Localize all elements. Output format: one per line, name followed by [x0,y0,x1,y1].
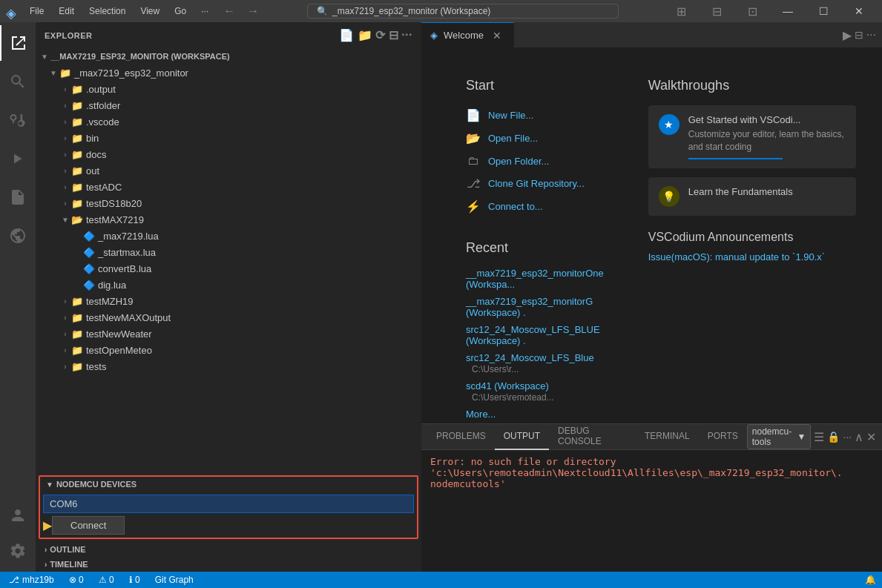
search-bar[interactable]: 🔍 _max7219_esp32_monitor (Workspace) [307,4,619,19]
collapse-panel-icon[interactable]: ∧ [855,430,863,444]
errors-item[interactable]: ⊗ 0 [66,572,87,588]
tab-close-button[interactable]: ✕ [490,28,504,43]
open-file-action[interactable]: 📂 Open File... [466,128,604,148]
tree-item-max7219-lua[interactable]: 🔷 _max7219.lua [36,228,421,244]
menu-edit[interactable]: Edit [53,4,80,18]
tree-item-bin[interactable]: › 📁 bin [36,130,421,146]
tree-item-dig-lua[interactable]: 🔷 dig.lua [36,277,421,293]
settings-activity-icon[interactable] [0,533,36,569]
extensions-activity-icon[interactable] [0,179,36,215]
collapse-icon[interactable]: ⊟ [389,28,399,42]
source-control-activity-icon[interactable] [0,102,36,138]
layout-split-button[interactable]: ⊟ [700,0,734,22]
tree-item-tests[interactable]: › 📁 tests [36,358,421,374]
output-source-dropdown[interactable]: nodemcu-tools ▼ [747,424,812,449]
tree-item-testADC[interactable]: › 📁 testADC [36,179,421,195]
layout-toggle-button[interactable]: ⊞ [664,0,698,22]
warnings-item[interactable]: ⚠ 0 [96,572,117,588]
menu-view[interactable]: View [134,4,165,18]
connect-button[interactable]: Connect [52,516,125,535]
tab-welcome[interactable]: ◈ Welcome ✕ [421,22,514,47]
explorer-title: EXPLORER [45,31,93,40]
clone-git-action[interactable]: ⎇ Clone Git Repository... [466,174,604,194]
outline-section[interactable]: › OUTLINE [36,542,421,557]
action-label: Connect to... [488,201,543,212]
recent-item-1[interactable]: __max7219_esp32_monitorG (Workspace) . [466,296,604,318]
chevron-right-icon: › [45,561,47,569]
run-activity-icon[interactable] [0,141,36,176]
timeline-section[interactable]: › TIMELINE [36,557,421,572]
recent-item-3[interactable]: src12_24_Moscow_LFS_Blue C:\Users\r... [466,352,604,374]
workspace-label: __MAX7219_ESP32_MONITOR (WORKSPACE) [50,52,421,61]
git-graph-item[interactable]: Git Graph [152,572,197,588]
tree-item-testMZH19[interactable]: › 📁 testMZH19 [36,293,421,309]
chevron-right-icon: › [59,199,71,208]
run-icon[interactable]: ▶ [843,28,852,42]
menu-more[interactable]: ··· [195,4,214,18]
new-folder-icon[interactable]: 📁 [358,28,373,42]
more-panel-actions-icon[interactable]: ··· [843,431,852,443]
nav-back-button[interactable]: ← [220,4,238,18]
layout-grid-button[interactable]: ⊡ [735,0,769,22]
bottom-panel: PROBLEMS OUTPUT DEBUG CONSOLE TERMINAL P… [421,423,882,572]
tree-item-startmax-lua[interactable]: 🔷 _startmax.lua [36,244,421,260]
tree-item-out[interactable]: › 📁 out [36,162,421,179]
accounts-activity-icon[interactable] [0,498,36,533]
panel-tab-terminal[interactable]: TERMINAL [636,424,699,450]
close-panel-icon[interactable]: ✕ [866,430,876,444]
chevron-right-icon: › [59,314,71,322]
connect-to-action[interactable]: ⚡ Connect to... [466,196,604,217]
tree-item-testMAX7219[interactable]: ▼ 📂 testMAX7219 [36,211,421,228]
action-label: Open Folder... [488,156,549,167]
tree-item-docs[interactable]: › 📁 docs [36,146,421,162]
minimize-button[interactable]: — [771,0,805,22]
walkthrough-get-started[interactable]: ★ Get Started with VSCodi... Customize y… [648,105,856,168]
tree-item-output[interactable]: › 📁 .output [36,81,421,97]
recent-item-0[interactable]: __max7219_esp32_monitorOne (Workspa... [466,268,604,290]
lock-icon[interactable]: 🔒 [827,431,840,443]
welcome-columns: Start 📄 New File... 📂 Open File... 🗀 Ope… [466,78,837,420]
notifications-bell[interactable]: 🔔 [865,575,876,585]
search-activity-icon[interactable] [0,64,36,99]
nodemcu-device-item[interactable]: COM6 [43,495,414,513]
workspace-root[interactable]: ▼ __MAX7219_ESP32_MONITOR (WORKSPACE) [36,48,421,65]
info-item[interactable]: ℹ 0 [126,572,143,588]
more-actions-icon[interactable]: ··· [866,28,876,42]
recent-item-2[interactable]: src12_24_Moscow_LFS_BLUE (Workspace) . [466,324,604,346]
explorer-activity-icon[interactable] [0,25,36,61]
tree-item-convertB-lua[interactable]: 🔷 convertB.lua [36,260,421,277]
close-button[interactable]: ✕ [842,0,876,22]
refresh-icon[interactable]: ⟳ [375,28,386,42]
tree-item-testDS18b20[interactable]: › 📁 testDS18b20 [36,195,421,211]
new-file-icon[interactable]: 📄 [339,28,355,42]
open-folder-action[interactable]: 🗀 Open Folder... [466,151,604,171]
tree-item-testNewWeater[interactable]: › 📁 testNewWeater [36,326,421,342]
remote-activity-icon[interactable] [0,218,36,254]
announcements-title: VSCodium Announcements [648,231,856,244]
split-editor-icon[interactable]: ⊟ [855,29,863,41]
panel-tab-problems[interactable]: PROBLEMS [427,424,495,450]
maximize-button[interactable]: ☐ [806,0,840,22]
announcement-link[interactable]: Issue(macOS): manual update to `1.90.x` [648,251,856,262]
recent-item-4[interactable]: scd41 (Workspace) C:\Users\remotead... [466,380,604,403]
clear-output-icon[interactable]: ☰ [814,430,824,444]
more-actions-icon[interactable]: ··· [401,28,412,42]
more-link[interactable]: More... [466,409,604,420]
nav-forward-button[interactable]: → [244,4,262,18]
tree-item-testNewMAXOutput[interactable]: › 📁 testNewMAXOutput [36,309,421,326]
menu-go[interactable]: Go [168,4,192,18]
git-branch-item[interactable]: ⎇ mhz19b [6,572,57,588]
tree-item-testOpenMeteo[interactable]: › 📁 testOpenMeteo [36,342,421,358]
tree-item-max7219[interactable]: ▼ 📁 _max7219_esp32_monitor [36,65,421,81]
tree-item-vscode[interactable]: › 📁 .vscode [36,113,421,130]
panel-tab-ports[interactable]: PORTS [699,424,747,450]
folder-icon: 📁 [71,100,83,111]
file-icon: 📄 [466,108,481,122]
new-file-action[interactable]: 📄 New File... [466,105,604,125]
panel-tab-debug-console[interactable]: DEBUG CONSOLE [549,424,636,450]
panel-tab-output[interactable]: OUTPUT [495,424,549,450]
menu-selection[interactable]: Selection [83,4,131,18]
menu-file[interactable]: File [24,4,50,18]
walkthrough-fundamentals[interactable]: 💡 Learn the Fundamentals [648,177,856,216]
tree-item-stfolder[interactable]: › 📁 .stfolder [36,97,421,113]
